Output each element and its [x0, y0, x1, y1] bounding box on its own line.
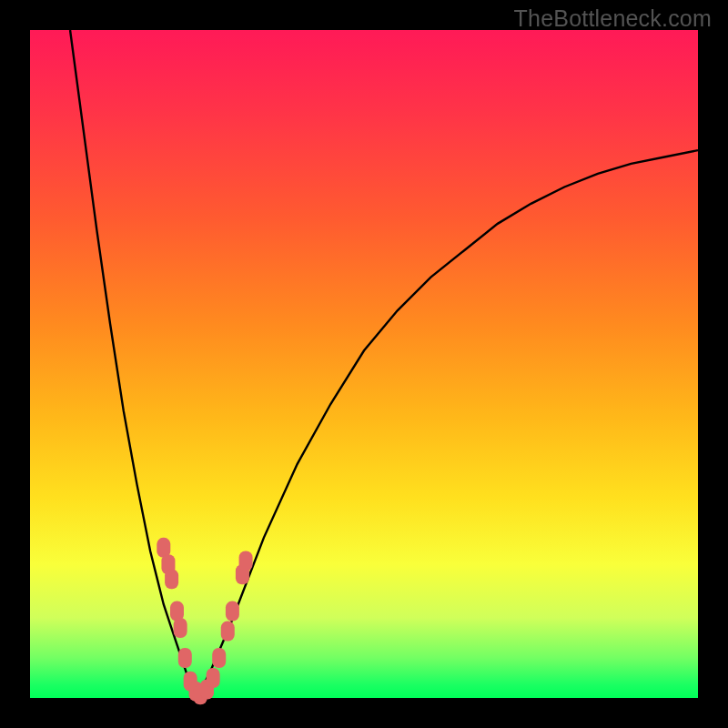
marker-point	[174, 618, 187, 638]
marker-point	[178, 648, 192, 668]
marker-point	[221, 622, 235, 642]
watermark-text: TheBottleneck.com	[514, 5, 712, 32]
marker-point	[207, 668, 220, 688]
marker-point	[239, 551, 253, 571]
marker-group	[157, 538, 252, 704]
chart-svg	[30, 30, 698, 698]
curve-right-branch	[197, 150, 699, 698]
curve-left-branch	[70, 30, 197, 698]
marker-point	[212, 648, 226, 668]
marker-point	[226, 602, 239, 622]
plot-area	[30, 30, 698, 698]
chart-frame: TheBottleneck.com	[0, 0, 728, 728]
marker-point	[165, 569, 178, 589]
